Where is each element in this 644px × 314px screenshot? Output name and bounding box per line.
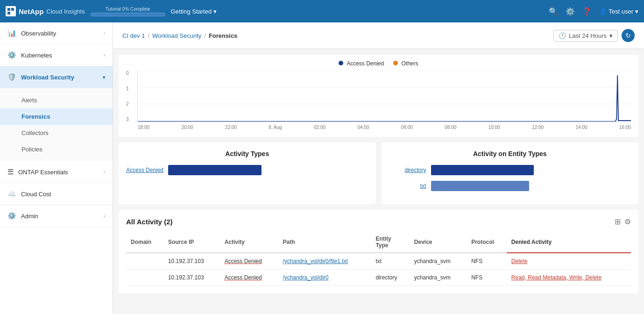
- gear-icon[interactable]: ⚙️: [566, 7, 575, 16]
- y-label-2: 2: [126, 101, 135, 107]
- col-activity: Activity: [220, 232, 278, 253]
- activity-types-chart: Activity Types Access Denied: [119, 143, 376, 204]
- sidebar-item-label: Cloud Cost: [21, 191, 105, 198]
- entity-type-bar-directory: [431, 165, 534, 175]
- breadcrumb-ci-dev[interactable]: CI dev 1: [122, 32, 145, 39]
- x-label-8: 08:00: [445, 125, 456, 130]
- workload-security-icon: 🛡️: [7, 73, 16, 81]
- cell-protocol-1: NFS: [467, 253, 507, 270]
- activity-type-row-access-denied: Access Denied: [126, 165, 368, 175]
- time-filter-label: Last 24 Hours: [569, 32, 607, 39]
- cell-path-1[interactable]: /ychandra_vol/dir0/file1.txt: [278, 253, 371, 270]
- entity-type-label-directory[interactable]: directory: [389, 167, 426, 173]
- sidebar-item-ontap-essentials[interactable]: ☰ ONTAP Essentials ›: [0, 161, 113, 183]
- all-activity-section: All Activity (2) ⊞ ⚙ Domain Source IP Ac…: [119, 210, 638, 293]
- x-label-7: 06:00: [401, 125, 413, 130]
- table-actions: ⊞ ⚙: [615, 217, 631, 226]
- activity-type-bar: [168, 165, 262, 175]
- sidebar-item-label: Kubernetes: [21, 52, 104, 59]
- path-link-1[interactable]: /ychandra_vol/dir0/file1.txt: [283, 258, 347, 264]
- x-label-3: 22:00: [225, 125, 237, 130]
- breadcrumb-sep-2: /: [204, 32, 206, 39]
- cell-domain-2: [126, 270, 163, 286]
- table-export-icon[interactable]: ⊞: [615, 217, 621, 226]
- cell-entity-type-1: txt: [371, 253, 409, 270]
- chart-area: 18:00 20:00 22:00 8. Aug 02:00 04:00 06:…: [137, 71, 631, 122]
- y-label-0: 0: [126, 71, 135, 76]
- sidebar-item-admin[interactable]: ⚙️ Admin ›: [0, 205, 113, 227]
- legend-access-denied: Access Denied: [339, 60, 384, 67]
- table-settings-icon[interactable]: ⚙: [624, 217, 631, 226]
- chevron-right-icon: ›: [104, 170, 105, 175]
- refresh-button[interactable]: ↻: [622, 29, 635, 42]
- x-label-2: 20:00: [181, 125, 193, 130]
- table-row: 10.192.37.103 Access Denied /ychandra_vo…: [126, 253, 631, 270]
- sidebar-item-label: Workload Security: [21, 74, 103, 81]
- sidebar-item-alerts[interactable]: Alerts: [0, 92, 113, 108]
- cell-source-ip-2: 10.192.37.103: [163, 270, 220, 286]
- chevron-down-icon: ▾: [213, 8, 217, 15]
- cell-denied-activity-2: Read, Read Metadata, Write, Delete: [507, 270, 631, 286]
- search-icon[interactable]: 🔍: [549, 7, 558, 16]
- tutorial-bar: Tutorial 0% Complete: [91, 7, 165, 16]
- sidebar-item-observability[interactable]: 📊 Observability ›: [0, 22, 113, 44]
- svg-rect-1: [11, 8, 14, 11]
- sidebar-item-kubernetes[interactable]: ⚙️ Kubernetes ›: [0, 44, 113, 66]
- sidebar-item-workload-security[interactable]: 🛡️ Workload Security ▾: [0, 66, 113, 88]
- path-link-2[interactable]: /ychandra_vol/dir0: [283, 274, 328, 281]
- table-header-row: All Activity (2) ⊞ ⚙: [126, 217, 631, 226]
- cell-device-2: ychandra_svm: [410, 270, 467, 286]
- cell-domain-1: [126, 253, 163, 270]
- getting-started-button[interactable]: Getting Started ▾: [171, 8, 217, 15]
- sidebar-item-cloud-cost[interactable]: ☁️ Cloud Cost: [0, 183, 113, 205]
- x-label-4: 8. Aug: [269, 125, 282, 130]
- activity-link-1[interactable]: Access Denied: [225, 258, 262, 264]
- col-device: Device: [410, 232, 467, 253]
- cell-device-1: ychandra_svm: [410, 253, 467, 270]
- main-content: CI dev 1 / Workload Security / Forensics…: [113, 22, 644, 314]
- tutorial-label: Tutorial 0% Complete: [106, 7, 150, 12]
- chevron-down-icon: ▾: [103, 75, 105, 80]
- cell-path-2[interactable]: /ychandra_vol/dir0: [278, 270, 371, 286]
- admin-icon: ⚙️: [7, 212, 16, 220]
- legend-label-others: Others: [402, 60, 418, 67]
- entity-type-bar-txt: [431, 181, 529, 191]
- y-label-3: 3: [126, 117, 135, 122]
- logo-brand: NetApp: [19, 7, 43, 15]
- y-axis-labels: 3 2 1 0: [126, 71, 135, 122]
- activity-link-2[interactable]: Access Denied: [225, 274, 262, 281]
- breadcrumb-workload-security[interactable]: Workload Security: [152, 32, 201, 39]
- sidebar-item-forensics[interactable]: Forensics: [0, 108, 113, 125]
- table-row: 10.192.37.103 Access Denied /ychandra_vo…: [126, 270, 631, 286]
- getting-started-label: Getting Started: [171, 8, 212, 15]
- col-domain: Domain: [126, 232, 163, 253]
- x-label-9: 10:00: [488, 125, 500, 130]
- legend-label-access-denied: Access Denied: [347, 60, 384, 67]
- cell-source-ip-1: 10.192.37.103: [163, 253, 220, 270]
- x-label-10: 12:00: [532, 125, 544, 130]
- cell-entity-type-2: directory: [371, 270, 409, 286]
- breadcrumb-bar: CI dev 1 / Workload Security / Forensics…: [113, 22, 644, 49]
- logo: NetApp Cloud Insights: [6, 6, 85, 16]
- sidebar-item-policies[interactable]: Policies: [0, 141, 113, 157]
- cell-activity-1[interactable]: Access Denied: [220, 253, 278, 270]
- x-label-1: 18:00: [138, 125, 149, 130]
- cell-activity-2[interactable]: Access Denied: [220, 270, 278, 286]
- cell-protocol-2: NFS: [467, 270, 507, 286]
- cloud-cost-icon: ☁️: [7, 190, 16, 198]
- sidebar-item-collectors[interactable]: Collectors: [0, 125, 113, 141]
- activity-type-label[interactable]: Access Denied: [126, 167, 163, 173]
- help-icon[interactable]: ❓: [582, 7, 592, 16]
- tutorial-progress-bar: [91, 13, 165, 16]
- x-label-6: 04:00: [357, 125, 369, 130]
- time-filter-button[interactable]: 🕐 Last 24 Hours ▾: [553, 30, 618, 42]
- line-chart-section: Access Denied Others 3 2 1 0: [119, 55, 638, 137]
- entity-type-label-txt[interactable]: txt: [389, 183, 426, 189]
- col-source-ip: Source IP: [163, 232, 220, 253]
- col-path: Path: [278, 232, 371, 253]
- svg-rect-0: [7, 8, 10, 11]
- chart-legend: Access Denied Others: [126, 60, 631, 67]
- workload-security-submenu: Alerts Forensics Collectors Policies: [0, 88, 113, 161]
- user-menu-button[interactable]: 👤 Test user ▾: [599, 8, 638, 15]
- clock-icon: 🕐: [559, 32, 566, 39]
